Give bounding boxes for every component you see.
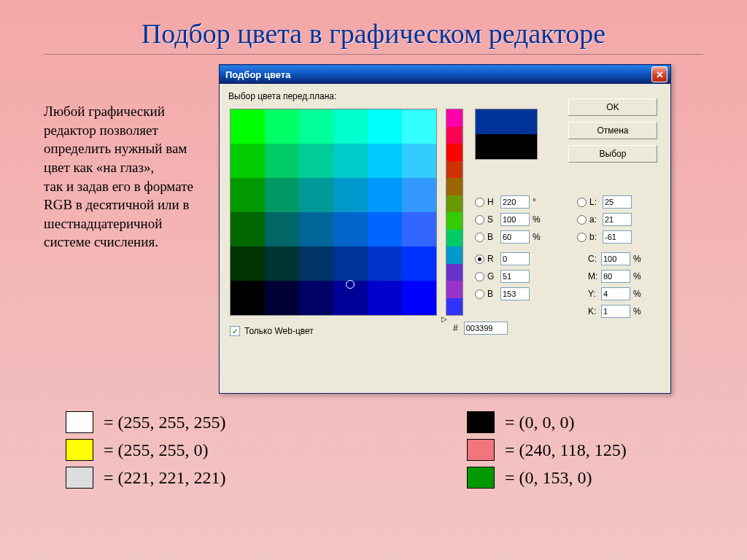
- web-only-label: Только Web-цвет: [244, 326, 314, 336]
- example-row: = (221, 221, 221): [66, 464, 226, 491]
- y-input[interactable]: 4: [601, 287, 630, 300]
- b-input[interactable]: 60: [500, 230, 530, 244]
- radio-l[interactable]: [577, 198, 587, 207]
- radio-s[interactable]: [475, 215, 484, 225]
- color-picker-dialog: Подбор цвета ✕ Выбор цвета перед.плана: …: [219, 64, 671, 394]
- cancel-button[interactable]: Отмена: [568, 122, 657, 139]
- numeric-fields: H220° S100% B60% R0 G51 B153 L:25 a:21 b…: [475, 193, 665, 303]
- pick-button[interactable]: Выбор: [568, 145, 657, 163]
- r-input[interactable]: 0: [500, 252, 530, 265]
- a-input[interactable]: 21: [603, 213, 632, 226]
- swatch: [467, 467, 495, 489]
- preview-old: [476, 134, 537, 159]
- swatch: [66, 467, 93, 489]
- example-row: = (255, 255, 0): [66, 436, 226, 464]
- m-input[interactable]: 80: [601, 270, 630, 283]
- swatch: [66, 439, 93, 461]
- lab-b-input[interactable]: -61: [603, 230, 632, 244]
- example-row: = (0, 153, 0): [467, 464, 627, 491]
- radio-h[interactable]: [475, 198, 484, 207]
- k-input[interactable]: 1: [601, 305, 630, 318]
- hue-pointer-icon: ▷: [441, 315, 447, 323]
- radio-b[interactable]: [475, 233, 484, 242]
- close-icon[interactable]: ✕: [651, 66, 667, 82]
- hex-row: # 003399: [453, 322, 511, 335]
- color-preview: [475, 109, 538, 160]
- title-underline: [44, 54, 703, 55]
- radio-r[interactable]: [475, 254, 484, 264]
- web-only-row: ✓ Только Web-цвет: [230, 326, 314, 336]
- radio-lab-b[interactable]: [577, 233, 587, 242]
- color-palette[interactable]: [230, 109, 437, 316]
- radio-g[interactable]: [475, 272, 484, 281]
- example-row: = (0, 0, 0): [467, 408, 627, 436]
- radio-a[interactable]: [577, 215, 587, 225]
- c-input[interactable]: 100: [601, 252, 630, 265]
- example-row: = (255, 255, 255): [66, 408, 226, 436]
- title-bar[interactable]: Подбор цвета ✕: [220, 65, 670, 84]
- swatch: [467, 439, 495, 461]
- hex-input[interactable]: 003399: [464, 322, 508, 335]
- slide-title: Подбор цвета в графическом редакторе: [0, 0, 747, 50]
- preview-new: [476, 109, 537, 134]
- hash-icon: #: [453, 323, 458, 333]
- s-input[interactable]: 100: [500, 213, 530, 226]
- swatch: [66, 411, 93, 433]
- l-input[interactable]: 25: [603, 195, 632, 209]
- dialog-body: Выбор цвета перед.плана: ▷ OK Отмена: [220, 84, 670, 393]
- hue-strip[interactable]: [446, 109, 463, 316]
- swatch: [467, 411, 495, 433]
- slide-paragraph: Любой графический редактор позволяет опр…: [44, 102, 204, 252]
- selection-ring-icon: [346, 280, 355, 289]
- radio-bl[interactable]: [475, 289, 484, 299]
- ok-button[interactable]: OK: [568, 98, 657, 116]
- bl-input[interactable]: 153: [500, 287, 530, 300]
- g-input[interactable]: 51: [500, 270, 530, 283]
- h-input[interactable]: 220: [500, 195, 530, 209]
- example-row: = (240, 118, 125): [467, 436, 627, 464]
- web-only-checkbox[interactable]: ✓: [230, 326, 240, 336]
- dialog-title: Подбор цвета: [225, 69, 290, 80]
